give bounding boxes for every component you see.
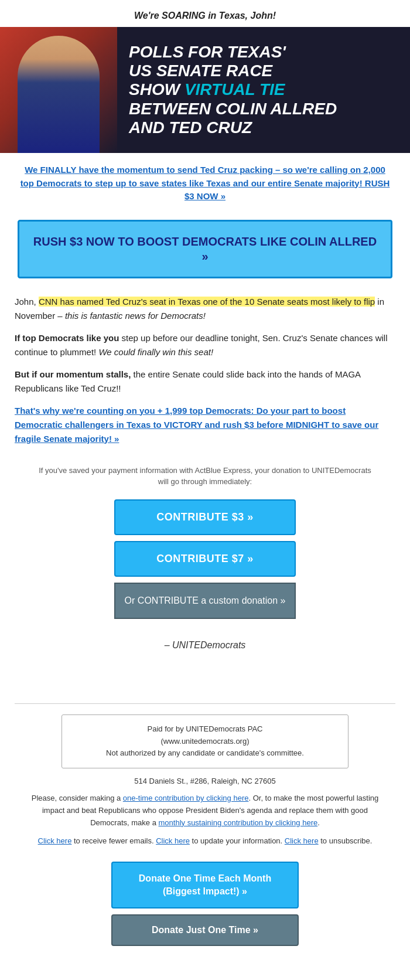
intro-link-section: We FINALLY have the momentum to send Ted… bbox=[0, 153, 410, 209]
btn-monthly-line2: (Biggest Impact!) » bbox=[118, 885, 292, 898]
hero-person-image bbox=[0, 27, 117, 153]
footer-links: Click here to receive fewer emails. Clic… bbox=[15, 836, 395, 845]
paid-line-2: (www.unitedemocrats.org) bbox=[74, 736, 336, 748]
highlight-cnn: CNN has named Ted Cruz's seat in Texas o… bbox=[39, 297, 375, 307]
footer-note: Please, consider making a one-time contr… bbox=[15, 792, 395, 829]
donate-onetime-button[interactable]: Donate Just One Time » bbox=[111, 914, 299, 946]
footer: Paid for by UNITEDemocrats PAC (www.unit… bbox=[0, 704, 410, 964]
body-content: John, CNN has named Ted Cruz's seat in T… bbox=[0, 289, 410, 460]
email-wrapper: We're SOARING in Texas, John! POLLS FOR … bbox=[0, 0, 410, 964]
body-paragraph-4: That's why we're counting on you + 1,999… bbox=[15, 404, 395, 446]
donate-monthly-button[interactable]: Donate One Time Each Month (Biggest Impa… bbox=[111, 862, 299, 909]
spacer bbox=[0, 656, 410, 703]
hero-banner: POLLS FOR TEXAS' US SENATE RACE SHOW VIR… bbox=[0, 27, 410, 153]
signature: – UNITEDemocrats bbox=[0, 629, 410, 656]
body-paragraph-3: But if our momentum stalls, the entire S… bbox=[15, 368, 395, 396]
header-title: We're SOARING in Texas, John! bbox=[0, 0, 410, 27]
body-link-cta[interactable]: That's why we're counting on you + 1,999… bbox=[15, 406, 378, 444]
body-paragraph-1: John, CNN has named Ted Cruz's seat in T… bbox=[15, 295, 395, 323]
body-paragraph-2: If top Democrats like you step up before… bbox=[15, 331, 395, 359]
contribute-7-button[interactable]: CONTRIBUTE $7 » bbox=[114, 541, 296, 577]
actblue-note: If you've saved your payment information… bbox=[0, 460, 410, 492]
paid-for-box: Paid for by UNITEDemocrats PAC (www.unit… bbox=[62, 714, 348, 768]
btn-monthly-line1: Donate One Time Each Month bbox=[118, 872, 292, 885]
update-info-link[interactable]: Click here bbox=[156, 836, 190, 845]
donate-buttons-section: CONTRIBUTE $3 » CONTRIBUTE $7 » Or CONTR… bbox=[0, 492, 410, 629]
footer-link-onetime[interactable]: one-time contribution by clicking here bbox=[123, 794, 249, 802]
unsubscribe-link[interactable]: Click here bbox=[285, 836, 319, 845]
cta-box[interactable]: RUSH $3 NOW TO BOOST DEMOCRATS LIKE COLI… bbox=[18, 220, 392, 278]
contribute-custom-button[interactable]: Or CONTRIBUTE a custom donation » bbox=[114, 583, 296, 619]
footer-address: 514 Daniels St., #286, Raleigh, NC 27605 bbox=[15, 777, 395, 785]
footer-buttons: Donate One Time Each Month (Biggest Impa… bbox=[15, 856, 395, 958]
hero-title: POLLS FOR TEXAS' US SENATE RACE SHOW VIR… bbox=[129, 43, 337, 137]
hero-text-area: POLLS FOR TEXAS' US SENATE RACE SHOW VIR… bbox=[117, 27, 410, 153]
cta-box-text: RUSH $3 NOW TO BOOST DEMOCRATS LIKE COLI… bbox=[31, 234, 379, 264]
contribute-3-button[interactable]: CONTRIBUTE $3 » bbox=[114, 499, 296, 535]
paid-line-1: Paid for by UNITEDemocrats PAC bbox=[74, 723, 336, 736]
paid-line-3: Not authorized by any candidate or candi… bbox=[74, 747, 336, 760]
footer-link-monthly[interactable]: monthly sustaining contribution by click… bbox=[159, 818, 318, 827]
hero-highlight: VIRTUAL TIE bbox=[184, 80, 285, 98]
fewer-emails-link[interactable]: Click here bbox=[38, 836, 72, 845]
intro-link[interactable]: We FINALLY have the momentum to send Ted… bbox=[20, 165, 390, 201]
